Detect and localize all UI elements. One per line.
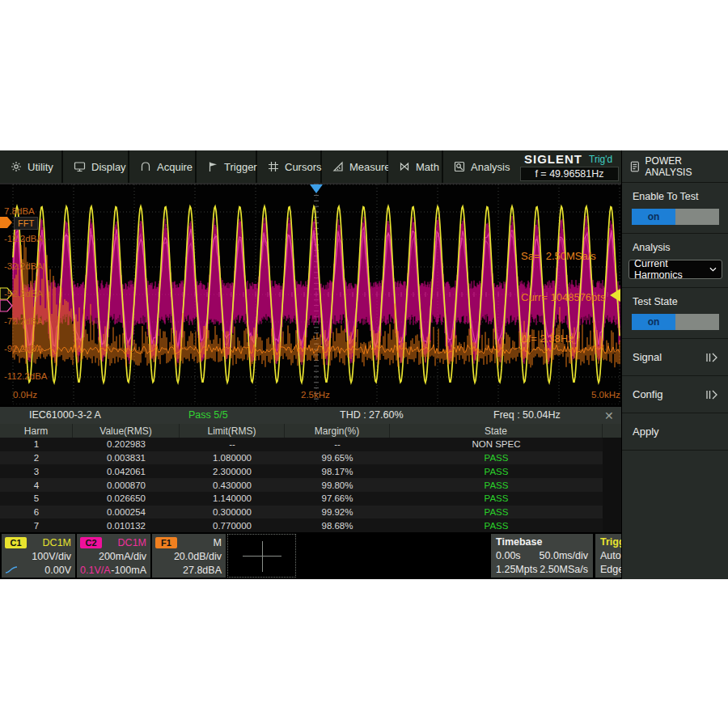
cell-state: PASS	[390, 492, 603, 506]
menu-display-label: Display	[91, 161, 126, 173]
trigger-position-marker	[310, 184, 323, 193]
menu-math[interactable]: Math	[388, 150, 443, 183]
trigger-type: Edge	[600, 564, 624, 575]
cell-state: PASS	[390, 464, 603, 478]
analysis-icon	[454, 161, 465, 172]
menu-acquire[interactable]: Acquire	[129, 150, 197, 183]
test-state-label: Test State	[622, 296, 728, 307]
menu-trigger-label: Trigger	[224, 161, 257, 173]
enable-test-section: Enable To Test on	[622, 183, 728, 234]
analysis-dropdown-value: Current Harmonics	[634, 258, 709, 281]
menu-measure[interactable]: Measure	[322, 150, 388, 183]
menu-cursors-label: Cursors	[285, 161, 322, 173]
menu-math-label: Math	[416, 161, 439, 173]
db-axis-label: -92.2dBA	[4, 344, 43, 353]
f1-scale: 20.0dB/div	[174, 551, 222, 562]
cell-margin: 99.92%	[285, 506, 390, 519]
trigger-mode: Auto	[600, 550, 621, 561]
enable-test-label: Enable To Test	[622, 191, 728, 202]
brand-logo: SIGLENT	[524, 152, 582, 166]
panel-header: POWER ANALYSIS	[622, 150, 728, 183]
channel-c2-box[interactable]: C2DC1M 200mA/div 0.1V/A-100mA	[77, 534, 150, 578]
submenu-arrow-icon	[705, 390, 718, 400]
power-analysis-panel: POWER ANALYSIS Enable To Test on Analysi…	[621, 150, 728, 579]
cell-margin: 98.68%	[285, 518, 390, 532]
table-row: 20.0038311.08000099.65%PASS	[0, 451, 603, 465]
table-row: 30.0420612.30000098.17%PASS	[0, 464, 603, 478]
enable-test-toggle[interactable]: on	[632, 209, 719, 225]
timebase-box[interactable]: Timebase 0.00s50.0ms/div 1.25Mpts2.50MSa…	[491, 534, 593, 578]
menu-cursors[interactable]: Cursors	[257, 150, 322, 183]
test-state-toggle[interactable]: on	[632, 314, 719, 330]
math-f1-box[interactable]: F1M 20.0dB/div 27.8dBA	[152, 534, 226, 578]
acquisition-readout: Sa= 2.50MSa/s Curr= 1048576pts Δf= 2.38H…	[521, 222, 605, 373]
submenu-arrow-icon	[705, 353, 718, 362]
menu-analysis[interactable]: Analysis	[443, 150, 518, 183]
menu-measure-label: Measure	[349, 161, 391, 173]
timebase-points: 1.25Mpts	[496, 564, 537, 575]
col-harm: Harm	[0, 424, 73, 438]
pass-count: Pass 5/5	[188, 409, 228, 421]
acquire-icon	[140, 161, 151, 172]
menu-utility[interactable]: Utility	[0, 150, 63, 183]
document-icon	[630, 161, 640, 172]
col-state: State	[390, 424, 603, 438]
cell-limit: 0.770000	[180, 518, 285, 532]
c1-badge: C1	[5, 537, 27, 548]
analysis-label: Analysis	[622, 242, 728, 253]
config-menu-item[interactable]: Config	[622, 376, 728, 413]
cell-harm: 6	[0, 506, 73, 519]
display-icon	[74, 161, 86, 172]
db-axis-label: 7.8dBA	[4, 206, 35, 216]
panel-title: POWER ANALYSIS	[645, 155, 728, 178]
c2-probe: 0.1V/A	[80, 565, 111, 576]
c1-offset: 0.00V	[44, 565, 71, 576]
cell-value: 0.003831	[73, 451, 180, 465]
f1-badge: F1	[155, 537, 177, 548]
timebase-rate: 2.50MSa/s	[540, 564, 588, 575]
signal-menu-item[interactable]: Signal	[622, 339, 728, 376]
c2-badge: C2	[80, 537, 102, 548]
db-axis-label: -72.2dBA	[4, 316, 43, 326]
freq-axis-start: 0.0Hz	[13, 390, 37, 400]
analysis-dropdown[interactable]: Current Harmonics	[629, 260, 722, 279]
c2-scale: 200mA/div	[99, 551, 146, 562]
cell-margin: 99.65%	[285, 451, 390, 465]
apply-button[interactable]: Apply	[622, 413, 728, 451]
cell-state: PASS	[390, 506, 603, 519]
harmonics-table: Harm Value(RMS) Limit(RMS) Margin(%) Sta…	[0, 424, 621, 532]
gear-icon	[11, 161, 22, 172]
col-margin: Margin(%)	[285, 424, 390, 438]
cell-value: 0.042061	[73, 464, 180, 478]
channel-c1-box[interactable]: C1DC1M 100V/div 0.00V	[2, 534, 75, 578]
measure-icon	[332, 161, 344, 172]
cell-value: 0.010132	[73, 518, 180, 532]
cell-harm: 5	[0, 492, 73, 506]
oscilloscope-screen: Utility Display Acquire Trigger Cursors …	[0, 150, 728, 579]
cell-state: PASS	[390, 451, 603, 465]
flag-icon	[207, 161, 218, 172]
c2-coupling: DC1M	[118, 537, 146, 548]
c2-trace-marker	[0, 300, 12, 311]
delta-f: Δf= 2.38Hz	[521, 332, 605, 345]
table-row: 70.0101320.77000098.68%PASS	[0, 518, 603, 532]
cell-harm: 4	[0, 478, 73, 492]
c2-offset: -100mA	[111, 565, 146, 576]
f1-offset: 27.8dBA	[183, 565, 222, 576]
db-axis-label: -52.2dBA	[4, 289, 43, 298]
menu-trigger[interactable]: Trigger	[197, 150, 257, 183]
cell-limit: 1.080000	[180, 451, 285, 465]
header-corner	[603, 424, 621, 438]
waveform-display: FFT 7.8dBA -12.2dBA -32.2dBA -52.2dBA -7…	[0, 183, 621, 404]
brand-block: SIGLENT Trig'd f = 49.96581Hz	[518, 150, 621, 183]
table-row: 50.0266501.14000097.66%PASS	[0, 492, 603, 506]
timebase-scale: 50.0ms/div	[540, 550, 588, 561]
close-icon[interactable]: ✕	[604, 409, 614, 422]
cell-harm: 2	[0, 451, 73, 465]
db-axis-label: -112.2dBA	[4, 371, 48, 381]
menu-display[interactable]: Display	[63, 150, 129, 183]
timebase-title: Timebase	[496, 536, 542, 548]
add-channel-slot[interactable]	[227, 534, 296, 578]
cell-margin: 99.80%	[285, 478, 390, 492]
menu-analysis-label: Analysis	[471, 161, 510, 173]
